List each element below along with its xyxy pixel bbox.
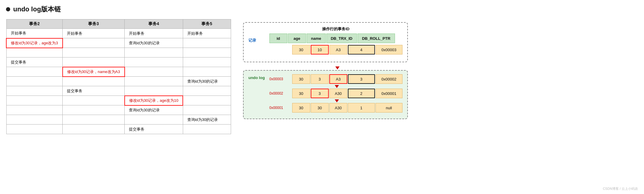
down-arrow-icon — [335, 99, 339, 102]
table-cell — [125, 86, 183, 96]
table-row: 查询id为30的记录 — [6, 115, 231, 125]
table-cell — [125, 115, 183, 125]
record-cell: 0x00003 — [375, 45, 402, 54]
table-cell — [183, 38, 231, 48]
transaction-table: 事务2 事务3 事务4 事务5 开始事务开始事务开始事务开始事务修改id为30记… — [6, 19, 231, 134]
table-row: 开始事务开始事务开始事务开始事务 — [6, 29, 231, 38]
table-cell — [6, 67, 63, 77]
table-cell — [183, 86, 231, 96]
undo-cell: 30 — [311, 103, 329, 113]
table-cell: 修改id为30记录，age改为3 — [6, 38, 63, 48]
table-row: 修改id为30记录，age改为3查询id为30的记录 — [6, 38, 231, 48]
table-row — [6, 48, 231, 57]
table-cell — [183, 57, 231, 67]
table-cell: 开始事务 — [6, 29, 63, 38]
bullet-icon — [6, 7, 10, 11]
table-cell — [63, 77, 125, 86]
arrow-record-to-undo — [243, 66, 408, 69]
table-cell: 开始事务 — [183, 29, 231, 38]
down-arrow-icon — [335, 85, 339, 88]
undo-cells: 3030A301null — [292, 103, 402, 113]
table-cell: 提交事务 — [6, 57, 63, 67]
undo-cell: 30 — [292, 89, 310, 98]
table-cell — [125, 57, 183, 67]
table-cell — [6, 105, 63, 115]
header-cell-db-roll-ptr: DB_ROLL_PTR — [358, 34, 395, 43]
table-header-row: 事务2 事务3 事务4 事务5 — [6, 19, 231, 29]
header-cell-db-trx-id: DB_TRX_ID — [326, 34, 357, 43]
undo-row-addr: 0x00001 — [269, 106, 290, 110]
undo-cell: 0x00001 — [375, 89, 402, 98]
record-cells: 3010A340x00003 — [292, 45, 402, 54]
table-cell — [183, 105, 231, 115]
table-cell — [6, 86, 63, 96]
table-cell — [63, 57, 125, 67]
record-cell: 4 — [348, 45, 375, 54]
header-cells: idagenameDB_TRX_IDDB_ROLL_PTR — [269, 34, 402, 43]
table-cell — [63, 48, 125, 57]
header-cell-age: age — [288, 34, 306, 43]
undo-row-addr: 0x00002 — [269, 91, 290, 96]
undo-log-diagram: 记录 操作行的事务ID idagenameDB_TRX_IDDB_ROLL_PT… — [243, 19, 638, 122]
undo-cell: 0x00002 — [375, 74, 402, 84]
page-title: undo log版本链 — [13, 5, 61, 14]
undo-cell: 30 — [292, 103, 310, 113]
title-row: undo log版本链 — [6, 5, 638, 14]
undo-cell: 2 — [348, 89, 375, 98]
table-cell: 修改id为30记录，age改为10 — [125, 96, 183, 105]
undo-cell: A30 — [329, 103, 347, 113]
table-cell — [63, 105, 125, 115]
undolog-label: undo log — [248, 74, 266, 80]
undo-row: 0x00003303A330x00002 — [269, 74, 402, 84]
undo-cell: A30 — [329, 89, 347, 98]
table-row: 查询id为30的记录 — [6, 105, 231, 115]
table-cell — [183, 96, 231, 105]
undo-cell: 30 — [292, 74, 310, 84]
diagram-wrapper: 记录 操作行的事务ID idagenameDB_TRX_IDDB_ROLL_PT… — [243, 22, 408, 119]
table-cell: 查询id为30的记录 — [183, 115, 231, 125]
table-cell — [63, 96, 125, 105]
col-header-tx4: 事务4 — [125, 19, 183, 29]
record-data-row: 3010A340x00003 — [269, 45, 402, 54]
table-cell: 开始事务 — [63, 29, 125, 38]
main-content: 事务2 事务3 事务4 事务5 开始事务开始事务开始事务开始事务修改id为30记… — [6, 19, 638, 134]
header-cell-id: id — [269, 34, 287, 43]
table-cell — [125, 48, 183, 57]
watermark: CSDN博客 / 云上小码农 — [603, 187, 638, 191]
table-cell — [63, 125, 125, 134]
table-cell — [6, 125, 63, 134]
undo-cell: 3 — [311, 74, 329, 84]
record-cell: 30 — [292, 45, 310, 54]
record-cell: A3 — [329, 45, 347, 54]
table-cell — [6, 77, 63, 86]
table-row: 提交事务 — [6, 125, 231, 134]
header-cell-name: name — [307, 34, 326, 43]
undo-cells: 303A3020x00001 — [292, 89, 402, 98]
table-cell: 查询id为30的记录 — [183, 77, 231, 86]
undo-cell: null — [375, 103, 402, 113]
table-cell — [63, 115, 125, 125]
table-cell: 开始事务 — [125, 29, 183, 38]
col-header-tx5: 事务5 — [183, 19, 231, 29]
col-header-tx3: 事务3 — [63, 19, 125, 29]
undo-row-addr: 0x00003 — [269, 77, 290, 81]
table-cell: 查询id为30的记录 — [125, 38, 183, 48]
record-label: 记录 — [248, 38, 266, 43]
undo-cell: 3 — [311, 89, 329, 98]
table-cell — [183, 125, 231, 134]
table-cell: 修改id为30记录，name改为A3 — [63, 67, 125, 77]
table-cell: 提交事务 — [63, 86, 125, 96]
undo-cell: 1 — [348, 103, 375, 113]
undo-row: 0x00002303A3020x00001 — [269, 89, 402, 98]
record-cell: 10 — [311, 45, 329, 54]
table-cell — [183, 67, 231, 77]
down-arrow-icon — [335, 66, 340, 69]
records-section: 记录 操作行的事务ID idagenameDB_TRX_IDDB_ROLL_PT… — [243, 22, 408, 62]
undo-row: 0x000013030A301null — [269, 103, 402, 113]
table-cell — [63, 38, 125, 48]
table-cell: 提交事务 — [125, 125, 183, 134]
table-row: 查询id为30的记录 — [6, 77, 231, 86]
undo-rows-container: 0x00003303A330x000020x00002303A3020x0000… — [269, 74, 402, 114]
table-cell — [125, 67, 183, 77]
table-cell — [183, 48, 231, 57]
